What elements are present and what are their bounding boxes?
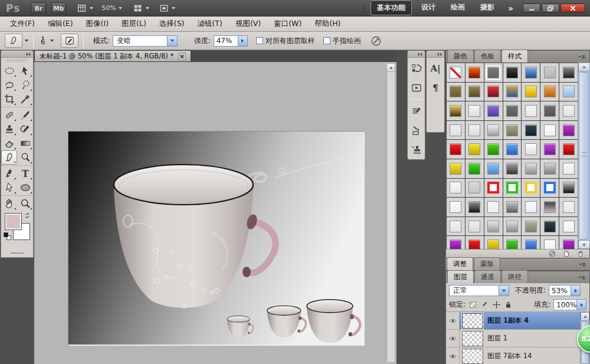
style-swatch[interactable] xyxy=(503,217,522,236)
style-swatch[interactable] xyxy=(484,101,503,120)
style-swatch[interactable] xyxy=(447,83,465,101)
style-swatch[interactable] xyxy=(484,63,503,82)
style-swatch[interactable] xyxy=(559,179,578,198)
strength-value[interactable]: 47% xyxy=(214,35,238,47)
style-swatch[interactable] xyxy=(503,198,522,217)
workspace-more-chevron[interactable]: » xyxy=(508,4,513,13)
workspace-tab[interactable]: 摄影 xyxy=(474,1,500,15)
style-swatch[interactable] xyxy=(522,101,540,120)
brush-preset-dropdown-arrow[interactable] xyxy=(50,40,54,42)
style-swatch[interactable] xyxy=(466,140,484,159)
layer-row-body[interactable]: 图层 7副本 14 xyxy=(460,347,589,364)
style-swatch[interactable] xyxy=(559,63,578,82)
menu-item[interactable]: 窗口(W) xyxy=(267,17,308,31)
style-swatch[interactable] xyxy=(466,63,484,82)
direct-select-tool[interactable] xyxy=(1,181,17,195)
document-tab[interactable]: 未标题-1 @ 50% (图层 1 副本 4, RGB/8) * xyxy=(34,50,191,61)
pen-tool[interactable] xyxy=(1,166,17,181)
scroll-down-icon[interactable] xyxy=(578,240,590,249)
style-swatch[interactable] xyxy=(484,179,503,198)
panel-drag-grip[interactable] xyxy=(7,59,27,62)
tab-图层[interactable]: 图层 xyxy=(447,270,474,283)
tab-蒙版[interactable]: 蒙版 xyxy=(474,257,500,270)
healing-brush-tool[interactable] xyxy=(1,108,17,122)
dodge-tool[interactable] xyxy=(17,150,33,165)
style-swatch[interactable] xyxy=(540,101,559,120)
swap-colors-icon[interactable] xyxy=(24,212,32,221)
view-extras-button[interactable] xyxy=(77,3,93,14)
lock-transparent-pixels-icon[interactable] xyxy=(468,300,477,309)
style-swatch[interactable] xyxy=(503,159,522,178)
style-swatch[interactable] xyxy=(559,159,578,178)
style-swatch[interactable] xyxy=(447,101,465,120)
tab-色板[interactable]: 色板 xyxy=(474,50,501,63)
elliptical-marquee-tool[interactable] xyxy=(1,64,17,78)
move-tool[interactable] xyxy=(17,64,33,78)
scrollbar-thumb[interactable] xyxy=(579,72,589,240)
style-swatch[interactable] xyxy=(466,217,484,236)
opacity-slider-button[interactable] xyxy=(571,285,581,296)
style-swatch[interactable] xyxy=(466,179,484,198)
panel-menu-icon[interactable] xyxy=(576,274,587,282)
style-swatch[interactable] xyxy=(447,198,465,217)
strength-slider-button[interactable] xyxy=(238,35,248,47)
layer-thumbnail[interactable] xyxy=(462,313,483,329)
opacity-value[interactable]: 53% xyxy=(549,285,571,296)
character-panel-button[interactable]: A| xyxy=(427,60,444,77)
menu-item[interactable]: 帮助(H) xyxy=(308,17,347,31)
actions-panel-button[interactable] xyxy=(408,79,425,97)
history-panel-button[interactable] xyxy=(408,60,425,77)
scroll-up-icon[interactable] xyxy=(387,64,395,72)
style-swatch[interactable] xyxy=(522,140,540,159)
style-swatch[interactable] xyxy=(540,140,559,159)
layer-row-body[interactable]: 图层 1 xyxy=(460,330,589,347)
paragraph-panel-button[interactable]: ¶ xyxy=(427,79,444,97)
style-swatch[interactable] xyxy=(559,83,578,101)
style-swatch[interactable] xyxy=(484,217,503,236)
brushes-panel-button[interactable] xyxy=(408,102,425,120)
strength-field[interactable]: 47% xyxy=(214,35,248,47)
style-swatch[interactable] xyxy=(540,121,559,140)
blend-mode-select[interactable]: 变暗 xyxy=(113,35,178,47)
new-style-button[interactable] xyxy=(562,250,571,258)
style-swatch[interactable] xyxy=(447,179,465,198)
style-swatch[interactable] xyxy=(559,198,578,217)
brush-preset-picker[interactable]: 6 xyxy=(41,37,45,45)
style-swatch[interactable] xyxy=(522,179,540,198)
zoom-level-control[interactable]: 50% xyxy=(101,4,122,12)
minimize-button[interactable] xyxy=(523,4,540,12)
eyedropper-tool[interactable] xyxy=(17,92,33,106)
workspace-tab[interactable]: 绘画 xyxy=(445,1,471,15)
checkbox-box[interactable] xyxy=(256,37,263,44)
style-swatch[interactable] xyxy=(522,63,540,82)
sample-all-layers-checkbox[interactable]: 对所有图层取样 xyxy=(256,36,315,46)
foreground-color-swatch[interactable] xyxy=(5,214,21,229)
style-swatch[interactable] xyxy=(484,83,503,101)
style-swatch[interactable] xyxy=(447,63,465,82)
layer-visibility-toggle[interactable] xyxy=(446,347,460,364)
hand-tool[interactable] xyxy=(1,196,17,211)
fill-field[interactable]: 100% xyxy=(553,299,586,310)
style-swatch[interactable] xyxy=(503,179,522,198)
restore-button[interactable] xyxy=(542,4,559,12)
lock-all-icon[interactable] xyxy=(504,300,513,309)
scroll-up-icon[interactable] xyxy=(578,63,590,71)
style-swatch[interactable] xyxy=(522,159,540,178)
menu-item[interactable]: 文件(F) xyxy=(4,17,41,31)
tool-preset-smudge-icon[interactable] xyxy=(5,34,22,48)
quick-select-tool[interactable] xyxy=(17,78,33,92)
menu-item[interactable]: 滤镜(T) xyxy=(191,17,228,31)
tab-样式[interactable]: 样式 xyxy=(502,50,528,63)
style-swatch[interactable] xyxy=(466,101,484,120)
panel-menu-icon[interactable] xyxy=(576,53,587,61)
checkbox-box[interactable] xyxy=(323,37,330,44)
style-swatch[interactable] xyxy=(447,217,465,236)
strip-collapse-bar[interactable] xyxy=(408,51,425,58)
style-swatch[interactable] xyxy=(484,140,503,159)
layers-blend-mode-select[interactable]: 正常 xyxy=(449,285,509,296)
style-swatch[interactable] xyxy=(540,179,559,198)
scroll-up-icon[interactable] xyxy=(581,312,589,321)
style-swatch[interactable] xyxy=(503,83,522,101)
close-button[interactable] xyxy=(560,4,585,12)
style-swatch[interactable] xyxy=(466,121,484,140)
